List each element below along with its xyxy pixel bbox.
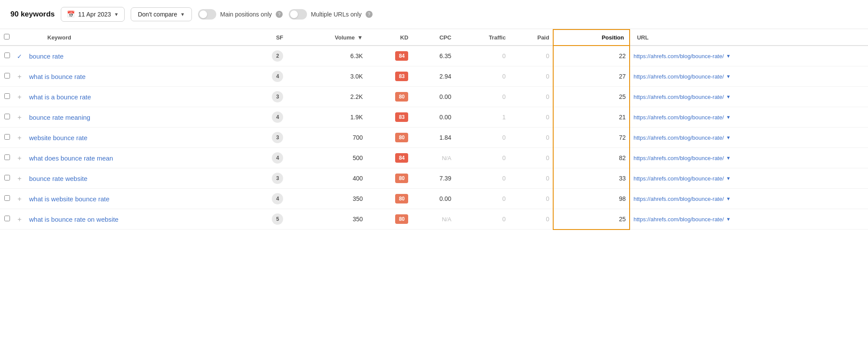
row-volume-cell: 700 [287,128,366,148]
date-picker-button[interactable]: 📅 11 Apr 2023 ▼ [61,7,125,22]
plus-icon[interactable]: + [17,73,21,80]
keyword-link[interactable]: what is website bounce rate [29,195,109,203]
url-dropdown-icon[interactable]: ▼ [726,135,731,140]
keyword-link[interactable]: bounce rate [29,52,63,60]
compare-label: Don't compare [138,11,177,18]
table-header-row: Keyword SF Volume ▼ KD CPC Traffic Paid … [0,30,868,46]
row-checkbox-cell [0,128,13,148]
row-url-cell: https://ahrefs.com/blog/bounce-rate/▼ [630,66,868,87]
row-traffic-cell: 0 [455,209,509,230]
url-dropdown-icon[interactable]: ▼ [726,94,731,99]
col-header-kd: KD [366,30,412,46]
row-checkbox[interactable] [4,216,10,221]
main-positions-help-icon[interactable]: ? [276,11,283,18]
sf-badge: 2 [272,50,283,62]
row-url-cell: https://ahrefs.com/blog/bounce-rate/▼ [630,209,868,230]
kd-badge: 84 [395,51,408,61]
table-row: +bounce rate meaning41.9K830.001021https… [0,107,868,128]
keyword-link[interactable]: what is a bounce rate [29,93,91,101]
plus-icon[interactable]: + [17,93,21,101]
kd-badge: 80 [395,133,408,142]
row-traffic-cell: 0 [455,66,509,87]
row-url-cell: https://ahrefs.com/blog/bounce-rate/▼ [630,46,868,66]
plus-icon[interactable]: + [17,175,21,182]
chevron-down-icon: ▼ [180,12,185,17]
row-checkbox[interactable] [4,73,10,79]
select-all-checkbox[interactable] [4,34,10,39]
row-cpc-cell: 0.00 [412,189,455,209]
keyword-link[interactable]: website bounce rate [29,134,87,141]
row-cpc-cell: 0.00 [412,107,455,128]
row-keyword-cell: what does bounce rate mean [26,148,245,168]
plus-icon[interactable]: + [17,216,21,223]
row-checkbox[interactable] [4,114,10,119]
table-row: +what is bounce rate43.0K832.940027https… [0,66,868,87]
plus-icon[interactable]: + [17,134,21,141]
sf-badge: 4 [272,71,283,82]
row-sf-cell: 2 [245,46,287,66]
keyword-link[interactable]: what is bounce rate [29,73,86,80]
url-dropdown-icon[interactable]: ▼ [726,196,731,201]
row-cpc-cell: 7.39 [412,168,455,189]
table-row: ✓bounce rate26.3K846.350022https://ahref… [0,46,868,66]
url-link[interactable]: https://ahrefs.com/blog/bounce-rate/ [634,134,724,141]
url-link[interactable]: https://ahrefs.com/blog/bounce-rate/ [634,155,724,161]
keyword-link[interactable]: what does bounce rate mean [29,154,113,162]
kd-badge: 80 [395,194,408,203]
row-position-cell: 25 [553,87,630,107]
url-link[interactable]: https://ahrefs.com/blog/bounce-rate/ [634,216,724,223]
url-dropdown-icon[interactable]: ▼ [726,74,731,79]
url-dropdown-icon[interactable]: ▼ [726,155,731,161]
row-checkbox[interactable] [4,175,10,180]
row-checkbox[interactable] [4,134,10,140]
plus-icon[interactable]: + [17,114,21,121]
url-link[interactable]: https://ahrefs.com/blog/bounce-rate/ [634,53,724,59]
row-paid-cell: 0 [509,107,553,128]
keyword-link[interactable]: what is bounce rate on website [29,216,119,223]
url-link[interactable]: https://ahrefs.com/blog/bounce-rate/ [634,94,724,100]
url-link[interactable]: https://ahrefs.com/blog/bounce-rate/ [634,196,724,202]
row-icon-cell: + [13,66,26,87]
row-checkbox[interactable] [4,93,10,99]
row-checkbox[interactable] [4,195,10,201]
keywords-table: Keyword SF Volume ▼ KD CPC Traffic Paid … [0,29,868,230]
keyword-link[interactable]: bounce rate meaning [29,114,90,121]
row-checkbox-cell [0,148,13,168]
row-checkbox-cell [0,87,13,107]
row-url-cell: https://ahrefs.com/blog/bounce-rate/▼ [630,168,868,189]
row-kd-cell: 80 [366,87,412,107]
kd-badge: 80 [395,92,408,102]
main-positions-toggle-group: Main positions only ? [198,9,283,20]
plus-icon[interactable]: + [17,195,21,203]
sf-badge: 3 [272,173,283,184]
row-checkbox[interactable] [4,154,10,160]
row-paid-cell: 0 [509,209,553,230]
url-dropdown-icon[interactable]: ▼ [726,115,731,120]
table-row: +what is website bounce rate4350800.0000… [0,189,868,209]
row-icon-cell: + [13,128,26,148]
table-row: +what is a bounce rate32.2K800.000025htt… [0,87,868,107]
row-paid-cell: 0 [509,46,553,66]
sf-badge: 3 [272,132,283,143]
row-checkbox[interactable] [4,52,10,58]
url-link[interactable]: https://ahrefs.com/blog/bounce-rate/ [634,73,724,80]
multiple-urls-help-icon[interactable]: ? [366,11,373,18]
keyword-link[interactable]: bounce rate website [29,175,87,182]
url-link[interactable]: https://ahrefs.com/blog/bounce-rate/ [634,114,724,121]
row-cpc-cell: 0.00 [412,87,455,107]
row-checkbox-cell [0,66,13,87]
url-link[interactable]: https://ahrefs.com/blog/bounce-rate/ [634,175,724,182]
compare-button[interactable]: Don't compare ▼ [131,7,192,21]
col-header-traffic: Traffic [455,30,509,46]
row-traffic-cell: 0 [455,87,509,107]
url-dropdown-icon[interactable]: ▼ [726,216,731,222]
chevron-down-icon: ▼ [114,12,119,17]
row-position-cell: 27 [553,66,630,87]
url-dropdown-icon[interactable]: ▼ [726,53,731,59]
plus-icon[interactable]: + [17,154,21,162]
table-row: +what is bounce rate on website535080N/A… [0,209,868,230]
url-dropdown-icon[interactable]: ▼ [726,176,731,181]
main-positions-toggle[interactable] [198,9,216,20]
row-position-cell: 22 [553,46,630,66]
multiple-urls-toggle[interactable] [289,9,307,20]
